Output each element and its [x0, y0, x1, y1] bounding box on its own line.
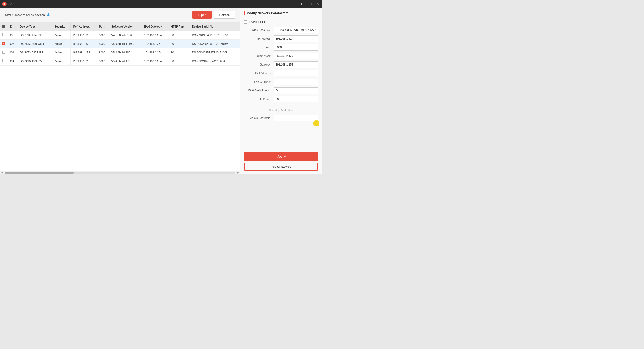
label-ipv6_prefix: IPv6 Prefix Length: — [244, 89, 274, 92]
form-row-ipv6_prefix: IPv6 Prefix Length: — [244, 87, 318, 94]
row-serial: DS-2CD4A85F-IZS20151208 — [190, 48, 240, 57]
row-serial: DS-2CD2385FWD-I20170705 — [190, 40, 240, 48]
row-checkbox[interactable] — [2, 42, 6, 45]
horizontal-scrollbar[interactable]: ◀ ▶ — [0, 171, 240, 174]
input-ipv6_gateway[interactable] — [274, 79, 318, 85]
device-count-label: Total number of online devices: — [5, 13, 46, 17]
form-row-subnet_mask: Subnet Mask: — [244, 53, 318, 59]
input-subnet_mask[interactable] — [274, 53, 318, 59]
row-checkbox[interactable] — [2, 33, 6, 37]
table-row[interactable]: 004DS-2CD2432F-IWActive192.168.1.698000V… — [0, 57, 240, 66]
row-checkbox-cell[interactable] — [0, 57, 8, 66]
row-software: V5.4.5build 1701... — [110, 57, 142, 66]
scrollbar-track[interactable] — [5, 172, 235, 174]
input-serial_no[interactable] — [274, 27, 318, 33]
row-gateway: 192.168.1.254 — [142, 57, 169, 66]
device-table-container[interactable]: ID Device Type Security IPv4 Address Por… — [0, 22, 240, 171]
svg-text:S: S — [4, 3, 5, 5]
refresh-button[interactable]: Refresh — [214, 11, 235, 19]
label-ipv6_gateway: IPv6 Gateway: — [244, 80, 274, 84]
row-http-port: 80 — [169, 40, 190, 48]
admin-password-input[interactable] — [274, 115, 318, 121]
row-http-port: 80 — [169, 48, 190, 57]
row-device-type: DS-2CD2432F-IW — [18, 57, 52, 66]
row-device-type: DS-2CD4A85F-IZS — [18, 48, 52, 57]
row-port: 8000 — [97, 48, 110, 57]
row-id: 002 — [8, 40, 18, 48]
col-header-security: Security — [52, 22, 71, 31]
row-checkbox-cell[interactable] — [0, 40, 8, 48]
form-row-serial_no: Device Serial No.: — [244, 27, 318, 33]
toolbar-buttons: Export Refresh — [192, 11, 235, 19]
form-row-ip_address: IP Address: — [244, 36, 318, 42]
row-software: V5.3.4build 1508... — [110, 48, 142, 57]
label-gateway: Gateway: — [244, 63, 274, 66]
table-row[interactable]: 002DS-2CD2385FWD-IActive192.168.1.628000… — [0, 40, 240, 48]
col-header-id: ID — [8, 22, 18, 31]
scrollbar-thumb[interactable] — [5, 172, 74, 174]
app-logo: S — [2, 2, 6, 6]
row-security: Active — [52, 57, 71, 66]
row-software: V5.5.3build 1710... — [110, 40, 142, 48]
row-checkbox-cell[interactable] — [0, 31, 8, 40]
row-id: 004 — [8, 57, 18, 66]
security-section-header: Security Verification — [244, 109, 318, 112]
table-body: 001DS-7716NI-I4/16PActive192.168.1.65800… — [0, 31, 240, 66]
panel-title: Modify Network Parameters — [240, 8, 322, 18]
divider — [244, 106, 318, 106]
form-row-ipv6_gateway: IPv6 Gateway: — [244, 79, 318, 85]
table-row[interactable]: 001DS-7716NI-I4/16PActive192.168.1.65800… — [0, 31, 240, 40]
col-header-ipv4: IPv4 Address — [71, 22, 97, 31]
dhcp-checkbox[interactable] — [244, 21, 247, 24]
row-http-port: 80 — [169, 57, 190, 66]
row-port: 8000 — [97, 31, 110, 40]
row-id: 003 — [8, 48, 18, 57]
input-ip_address[interactable] — [274, 36, 318, 42]
input-ipv6_address[interactable] — [274, 70, 318, 77]
modify-button[interactable]: Modify — [244, 152, 318, 161]
dhcp-label: Enable DHCP — [249, 21, 266, 24]
form-row-gateway: Gateway: — [244, 62, 318, 68]
dhcp-row: Enable DHCP — [244, 21, 318, 24]
panel-actions: Modify Forgot Password — [240, 147, 322, 174]
app-title: SADP — [8, 2, 299, 6]
label-subnet_mask: Subnet Mask: — [244, 54, 274, 58]
right-panel: Modify Network Parameters Enable DHCP De… — [240, 8, 322, 174]
row-port: 8000 — [97, 57, 110, 66]
col-header-port: Port — [97, 22, 110, 31]
row-ipv4: 192.168.1.153 — [71, 48, 97, 57]
forgot-password-button[interactable]: Forgot Password — [244, 163, 318, 171]
row-gateway: 192.168.1.254 — [142, 48, 169, 57]
row-security: Active — [52, 40, 71, 48]
select-all-checkbox[interactable] — [2, 25, 6, 28]
row-checkbox-cell[interactable] — [0, 48, 8, 57]
table-header-row: ID Device Type Security IPv4 Address Por… — [0, 22, 240, 31]
close-button[interactable]: ✕ — [316, 2, 320, 6]
minimize-button[interactable]: ─ — [304, 2, 309, 6]
row-software: V4.1.50build 180... — [110, 31, 142, 40]
info-button[interactable]: ℹ — [299, 2, 304, 6]
row-gateway: 192.168.1.254 — [142, 40, 169, 48]
export-button[interactable]: Export — [192, 11, 212, 19]
table-row[interactable]: 003DS-2CD4A85F-IZSActive192.168.1.153800… — [0, 48, 240, 57]
row-device-type: DS-2CD2385FWD-I — [18, 40, 52, 48]
row-gateway: 192.168.1.254 — [142, 31, 169, 40]
scroll-left-btn[interactable]: ◀ — [0, 171, 4, 174]
main-window: S SADP ℹ ─ □ ✕ Total number of online de… — [0, 0, 322, 175]
input-ipv6_prefix[interactable] — [274, 87, 318, 94]
row-checkbox[interactable] — [2, 59, 6, 62]
label-ipv6_address: IPv6 Address: — [244, 72, 274, 75]
main-panel: Total number of online devices: 4 Export… — [0, 8, 240, 174]
row-id: 001 — [8, 31, 18, 40]
input-port[interactable] — [274, 44, 318, 51]
row-port: 8000 — [97, 40, 110, 48]
row-checkbox[interactable] — [2, 51, 6, 54]
input-http_port[interactable] — [274, 96, 318, 102]
select-all-header[interactable] — [0, 22, 8, 31]
label-ip_address: IP Address: — [244, 37, 274, 40]
input-gateway[interactable] — [274, 62, 318, 68]
col-header-software: Software Version — [110, 22, 142, 31]
device-table: ID Device Type Security IPv4 Address Por… — [0, 22, 240, 66]
maximize-button[interactable]: □ — [310, 2, 314, 6]
scroll-right-btn[interactable]: ▶ — [236, 171, 240, 174]
